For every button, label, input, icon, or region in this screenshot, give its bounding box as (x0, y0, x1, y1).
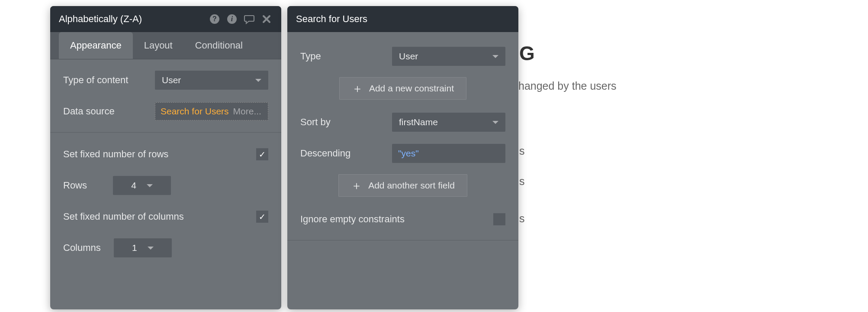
field-label: Sort by (300, 117, 331, 128)
add-constraint-row: ＋ Add a new constraint (300, 77, 505, 100)
bg-text: s (519, 212, 525, 225)
field-type: Type User (300, 46, 505, 67)
field-type-of-content: Type of content User (63, 70, 268, 91)
tab-conditional[interactable]: Conditional (184, 32, 254, 59)
bg-text: s (519, 175, 525, 188)
svg-text:i: i (231, 15, 233, 23)
tab-layout[interactable]: Layout (133, 32, 184, 59)
tabs: Appearance Layout Conditional (50, 32, 281, 59)
descending-input[interactable]: "yes" (392, 144, 505, 163)
button-label: Add another sort field (368, 180, 455, 191)
add-sort-row: ＋ Add another sort field (300, 174, 505, 197)
field-descending: Descending "yes" (300, 143, 505, 164)
field-label: Set fixed number of rows (63, 149, 168, 160)
panel-title: Alphabetically (Z-A) (59, 13, 142, 25)
data-source-more: More... (233, 106, 261, 117)
panel-body: Type User ＋ Add a new constraint Sort by… (287, 32, 518, 260)
field-label: Rows (63, 180, 87, 191)
field-label: Ignore empty constraints (300, 214, 405, 225)
type-select[interactable]: User (392, 47, 505, 66)
plus-icon: ＋ (352, 83, 363, 94)
field-cols: Columns 1 (63, 237, 268, 258)
panel-body: Type of content User Data source Search … (50, 59, 281, 279)
field-label: Set fixed number of columns (63, 211, 184, 222)
select-value: User (399, 51, 418, 62)
sort-by-select[interactable]: firstName (392, 113, 505, 132)
field-label: Type of content (63, 75, 128, 86)
chevron-down-icon (255, 79, 261, 82)
help-icon[interactable]: ? (209, 13, 221, 25)
bg-text: s (519, 145, 525, 157)
chevron-down-icon (148, 247, 154, 250)
input-value: "yes" (398, 148, 419, 158)
cols-select[interactable]: 1 (114, 238, 172, 257)
data-source-value: Search for Users (161, 106, 229, 117)
type-of-content-select[interactable]: User (155, 71, 268, 90)
panel-header: Alphabetically (Z-A) ? i (50, 6, 281, 32)
tab-label: Layout (144, 40, 173, 51)
plus-icon: ＋ (351, 180, 362, 191)
select-value: 4 (131, 180, 136, 191)
field-fixed-cols: Set fixed number of columns ✓ (63, 206, 268, 227)
add-constraint-button[interactable]: ＋ Add a new constraint (339, 77, 466, 100)
field-rows: Rows 4 (63, 175, 268, 196)
info-icon[interactable]: i (226, 13, 238, 25)
add-sort-button[interactable]: ＋ Add another sort field (338, 174, 467, 197)
close-icon[interactable] (260, 13, 273, 25)
tab-label: Conditional (195, 40, 243, 51)
ignore-empty-checkbox[interactable]: ✓ (493, 213, 505, 225)
header-icons: ? i (209, 13, 273, 25)
field-fixed-rows: Set fixed number of rows ✓ (63, 144, 268, 165)
search-panel: Search for Users Type User ＋ Add a new c… (287, 6, 518, 309)
field-data-source: Data source Search for Users More... (63, 101, 268, 122)
fixed-cols-checkbox[interactable]: ✓ (256, 211, 268, 223)
comment-icon[interactable] (243, 13, 255, 25)
divider (287, 240, 518, 240)
tab-appearance[interactable]: Appearance (59, 32, 133, 59)
divider (50, 132, 281, 133)
bg-text: hanged by the users (518, 80, 617, 92)
properties-panel: Alphabetically (Z-A) ? i Appearance Layo… (50, 6, 281, 309)
bg-text: G (519, 42, 535, 65)
field-label: Data source (63, 106, 115, 117)
field-sort-by: Sort by firstName (300, 112, 505, 133)
select-value: 1 (132, 243, 137, 253)
field-label: Type (300, 51, 321, 62)
svg-text:?: ? (212, 15, 217, 23)
select-value: firstName (399, 117, 438, 127)
select-value: User (162, 75, 181, 85)
field-label: Descending (300, 148, 350, 159)
field-label: Columns (63, 242, 101, 254)
data-source-input[interactable]: Search for Users More... (155, 102, 268, 120)
rows-select[interactable]: 4 (113, 176, 171, 195)
panel-title: Search for Users (296, 13, 367, 25)
chevron-down-icon (147, 184, 153, 187)
tab-label: Appearance (70, 40, 122, 51)
chevron-down-icon (492, 55, 498, 58)
button-label: Add a new constraint (369, 83, 454, 94)
field-ignore-empty: Ignore empty constraints ✓ (300, 209, 505, 230)
fixed-rows-checkbox[interactable]: ✓ (256, 148, 268, 160)
chevron-down-icon (492, 121, 498, 124)
panel-header: Search for Users (287, 6, 518, 32)
